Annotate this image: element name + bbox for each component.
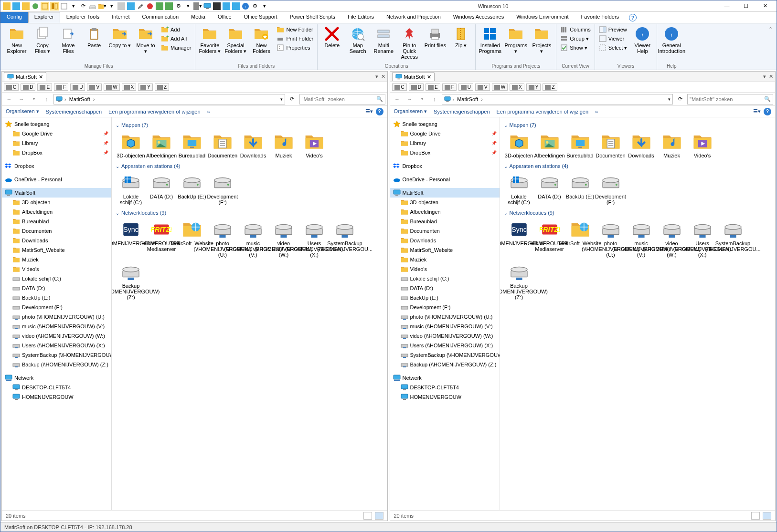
drive-U[interactable]: U — [458, 83, 473, 91]
content-area[interactable]: Mappen (7)3D-objectenAfbeeldingenBureaub… — [500, 117, 776, 510]
tree-item[interactable]: Downloads — [2, 236, 111, 245]
refresh-button[interactable]: ⟳ — [675, 96, 685, 102]
grid-item[interactable]: DATA (D:) — [146, 171, 177, 207]
qat-icon[interactable] — [222, 2, 231, 10]
grid-item[interactable]: Lokale schijf (C:) — [504, 171, 534, 207]
general-introduction-button[interactable]: General Introduction — [659, 25, 684, 55]
qat-icon[interactable] — [21, 2, 30, 10]
view-options-icon[interactable]: ☰▾ — [753, 108, 761, 115]
tree-item[interactable]: Google Drive📌 — [2, 129, 111, 138]
tree-item[interactable]: Video's — [2, 264, 111, 274]
group-header[interactable]: Apparaten en stations (4) — [116, 163, 383, 169]
new-explorer-button[interactable]: New Explorer — [4, 25, 29, 55]
ribbon-tab-explorer[interactable]: Explorer — [28, 12, 60, 23]
grid-item[interactable]: HOMENIJVERGOUW — [504, 218, 534, 260]
tree-dropbox[interactable]: Dropbox — [390, 161, 500, 171]
tree-item[interactable]: 3D-objecten — [390, 198, 500, 207]
tree-item[interactable]: SystemBackup (\\HOMENIJVERGOUW) (Y:) — [2, 350, 111, 360]
viewer-help-button[interactable]: Viewer Help — [630, 25, 655, 55]
qat-icon[interactable]: ▾ — [98, 2, 106, 10]
minimize-button[interactable]: — — [717, 1, 736, 11]
add-button[interactable]: +Add — [159, 25, 193, 34]
ribbon-tab-media[interactable]: Media — [185, 12, 212, 23]
grid-item[interactable]: Bureaublad — [565, 130, 596, 160]
ribbon-tab-office-support[interactable]: Office Support — [238, 12, 284, 23]
tree-item[interactable]: DATA (D:) — [390, 283, 500, 293]
tree-item[interactable]: DATA (D:) — [2, 283, 111, 293]
tree-item[interactable]: 3D-objecten — [2, 198, 111, 207]
system-properties-button[interactable]: Systeemeigenschappen — [46, 109, 102, 115]
drive-V[interactable]: V — [87, 83, 102, 91]
grid-item[interactable]: HOMEROUTER Mediaserver — [534, 218, 565, 260]
grid-item[interactable]: Backup (\\HOMENIJVERGOUW) (Z:) — [504, 260, 534, 302]
tree-item[interactable]: music (\\HOMENIJVERGOUW) (V:) — [390, 322, 500, 331]
grid-item[interactable]: 3D-objecten — [504, 130, 534, 160]
up-button[interactable]: ↑ — [41, 94, 52, 104]
drive-F[interactable]: F — [442, 83, 457, 91]
grid-item[interactable]: Users (\\HOMENIJVERGOUW) (X:) — [299, 218, 330, 260]
drive-Z[interactable]: Z — [543, 83, 557, 91]
installed-programs-button[interactable]: Installed Programs — [478, 25, 502, 55]
back-button[interactable]: ← — [4, 94, 14, 104]
group-header[interactable]: Mappen (7) — [504, 122, 772, 128]
up-button[interactable]: ↑ — [429, 94, 440, 104]
qat-icon[interactable]: 🖉 — [136, 2, 145, 10]
qat-icon[interactable] — [155, 2, 164, 10]
qat-icon[interactable]: ⚙ — [174, 2, 183, 10]
tree-item[interactable]: Bureaublad — [390, 217, 500, 226]
move-files-button[interactable]: Move Files — [56, 25, 81, 55]
grid-item[interactable]: Documenten — [207, 130, 238, 160]
view-icons-icon[interactable] — [763, 512, 771, 520]
tree-item[interactable]: DESKTOP-CLFT5T4 — [2, 383, 111, 392]
back-button[interactable]: ← — [392, 94, 403, 104]
organize-dropdown[interactable]: Organiseren ▾ — [394, 108, 427, 115]
organize-dropdown[interactable]: Organiseren ▾ — [6, 108, 39, 115]
qat-icon[interactable]: ▾ — [69, 2, 78, 10]
viewer-button[interactable]: Viewer — [597, 34, 629, 43]
qat-icon[interactable] — [203, 2, 212, 10]
breadcrumb[interactable]: MatirSoft ▾ — [442, 94, 673, 104]
new-folders-button[interactable]: ★New Folders — [249, 25, 274, 55]
tree-item[interactable]: Backup (\\HOMENIJVERGOUW) (Z:) — [2, 360, 111, 369]
grid-item[interactable]: Development (F:) — [207, 171, 238, 207]
grid-item[interactable]: Video's — [299, 130, 330, 160]
tree-item[interactable]: video (\\HOMENIJVERGOUW) (W:) — [390, 331, 500, 341]
qat-icon[interactable] — [232, 2, 240, 10]
grid-item[interactable]: BackUp (E:) — [177, 171, 207, 207]
qat-refresh-icon[interactable]: ⟳ — [79, 2, 87, 10]
grid-item[interactable]: Afbeeldingen — [146, 130, 177, 160]
grid-item[interactable]: Backup (\\HOMENIJVERGOUW) (Z:) — [116, 260, 146, 302]
drive-E[interactable]: E — [37, 83, 52, 91]
ribbon-tab-power-shell-scripts[interactable]: Power Shell Scripts — [284, 12, 341, 23]
tree-dropbox[interactable]: Dropbox — [2, 161, 111, 171]
help-icon[interactable]: ? — [764, 108, 771, 115]
grid-item[interactable]: Users (\\HOMENIJVERGOUW) (X:) — [687, 218, 718, 260]
qat-icon[interactable]: ▾ — [193, 2, 202, 10]
history-dropdown[interactable]: ▾ — [29, 94, 39, 104]
grid-item[interactable]: Afbeeldingen — [534, 130, 565, 160]
breadcrumb[interactable]: MatirSoft ▾ — [53, 94, 285, 104]
qat-icon[interactable] — [117, 2, 126, 10]
forward-button[interactable]: → — [16, 94, 27, 104]
tree-item[interactable]: DESKTOP-CLFT5T4 — [390, 383, 500, 392]
ribbon-tab-communication[interactable]: Communication — [136, 12, 185, 23]
breadcrumb-segment[interactable]: MatirSoft — [68, 96, 91, 102]
tree-item[interactable]: BackUp (E:) — [390, 293, 500, 303]
group-header[interactable]: Mappen (7) — [116, 122, 383, 128]
view-icons-icon[interactable] — [375, 512, 383, 520]
toolbar-more-button[interactable]: » — [207, 109, 210, 115]
preview-button[interactable]: Preview — [597, 25, 629, 34]
columns-button[interactable]: Columns — [558, 25, 592, 34]
breadcrumb-segment[interactable]: MatirSoft — [456, 96, 479, 102]
tree-item[interactable]: Lokale schijf (C:) — [390, 274, 500, 283]
tree-item[interactable]: Video's — [390, 264, 500, 274]
zip-button[interactable]: Zip ▾ — [448, 25, 473, 49]
drive-F[interactable]: F — [54, 83, 68, 91]
special-folders-button[interactable]: Special Folders ▾ — [223, 25, 248, 55]
tree-onedrive[interactable]: OneDrive - Personal — [390, 175, 500, 184]
favorite-folders-button[interactable]: Favorite Folders ▾ — [197, 25, 222, 55]
search-box[interactable]: "MatirSoft" zoeken🔍 — [687, 94, 773, 104]
tree-item[interactable]: HOMENIJVERGOUW — [2, 392, 111, 402]
grid-item[interactable]: Downloads — [238, 130, 268, 160]
drive-C[interactable]: C — [392, 83, 407, 91]
